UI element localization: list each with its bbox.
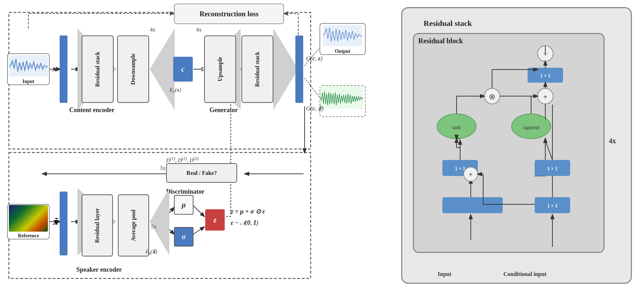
left-diagram: Reconstruction loss Input x Residual sta… — [0, 0, 391, 293]
svg-text:⊗: ⊗ — [489, 92, 495, 101]
sigma-block: σ — [174, 227, 193, 247]
output-label: Output — [335, 49, 350, 54]
output-waveform-2-svg — [320, 86, 363, 109]
svg-text:1 × 1: 1 × 1 — [547, 166, 558, 171]
speaker-enc-trap-right — [150, 188, 169, 255]
svg-text:+: + — [469, 171, 473, 178]
input-bottom-label: Input — [438, 271, 451, 277]
right-diagram: Residual stack Residual block — [391, 0, 644, 293]
reparam-eq1: z = μ + σ ⊙ ε — [231, 208, 265, 215]
svg-text:1 × 1: 1 × 1 — [455, 166, 465, 171]
svg-line-10 — [305, 78, 321, 99]
reparam-eq2: ε ~ 𝒩(0, I) — [231, 219, 258, 227]
ec-label: Ec(x) — [170, 87, 181, 94]
input-waveform-box: Input — [7, 53, 50, 85]
conditional-input-label: Conditional input — [503, 271, 546, 277]
svg-text:1 × 1: 1 × 1 — [540, 73, 551, 78]
reference-label: Reference — [18, 233, 39, 239]
svg-line-19 — [193, 206, 204, 216]
svg-line-20 — [193, 227, 204, 234]
residual-stack-gen-block: Residual stack — [241, 35, 273, 103]
input-blue-bar — [60, 35, 67, 103]
residual-inner-svg: 1 × 1 1 × 1 + — [414, 34, 606, 254]
reference-box: Reference — [7, 204, 50, 239]
3x-label: 3x — [160, 165, 165, 171]
residual-stack-block-top: Residual stack — [82, 35, 114, 103]
5x-label: 5x — [151, 223, 157, 230]
z-block: z — [205, 209, 225, 231]
mu-block: μ — [174, 195, 193, 215]
generator-label: Generator — [209, 106, 238, 114]
svg-rect-25 — [442, 197, 503, 213]
speaker-enc-blue-bar — [60, 192, 67, 255]
real-fake-box: Real / Fake? — [166, 163, 237, 183]
output-waveform-svg — [323, 24, 362, 47]
g-cz-label: G(c, z) — [306, 55, 322, 62]
downsample-block: Downsample — [117, 35, 149, 103]
average-pool-block: Average pool — [118, 194, 149, 256]
d-labels: D(1), D(2), D(3) — [166, 156, 198, 164]
reconstruction-loss-label: Reconstruction loss — [200, 10, 258, 18]
svg-text:+: + — [543, 93, 547, 101]
output-blue-bar — [295, 35, 303, 103]
residual-block-inner: Residual block 1 × 1 — [413, 33, 605, 253]
main-container: Reconstruction loss Input x Residual sta… — [0, 0, 644, 293]
speaker-encoder-label: Speaker encoder — [76, 266, 122, 273]
spectrogram — [9, 205, 48, 232]
svg-line-73 — [545, 140, 552, 160]
c-block: c — [173, 57, 193, 82]
x-tilde-label: x̃ — [53, 216, 58, 227]
svg-text:tanh: tanh — [452, 125, 461, 130]
g-cz-bar-label: G(c, z̄) — [306, 105, 323, 112]
residual-stack-title: Residual stack — [424, 19, 472, 28]
4x-enc-label: 4x — [150, 27, 155, 33]
discriminator-label: Discriminator — [166, 188, 204, 195]
residual-layer-block: Residual layer — [82, 194, 113, 256]
content-encoder-label: Content encoder — [69, 106, 114, 114]
input-label: Input — [22, 79, 34, 84]
output-waveform-box: Output — [320, 23, 366, 55]
residual-stack-outer: Residual stack Residual block — [401, 7, 632, 284]
output-waveform-2-box — [320, 85, 366, 117]
input-waveform-svg — [9, 54, 48, 77]
4x-dec-label: 4x — [196, 27, 202, 33]
reconstruction-loss-box: Reconstruction loss — [174, 4, 284, 24]
content-enc-trap-right — [150, 28, 175, 110]
upsample-block: Upsample — [204, 35, 236, 103]
generator-trap-right — [273, 28, 298, 110]
svg-text:1 × 1: 1 × 1 — [547, 203, 558, 209]
es-label: Es(x̃) — [146, 248, 157, 256]
x-label: x — [53, 64, 57, 73]
svg-rect-22 — [323, 25, 362, 46]
svg-text:sigmoid: sigmoid — [523, 125, 539, 130]
4x-res-label: 4x — [609, 137, 616, 145]
